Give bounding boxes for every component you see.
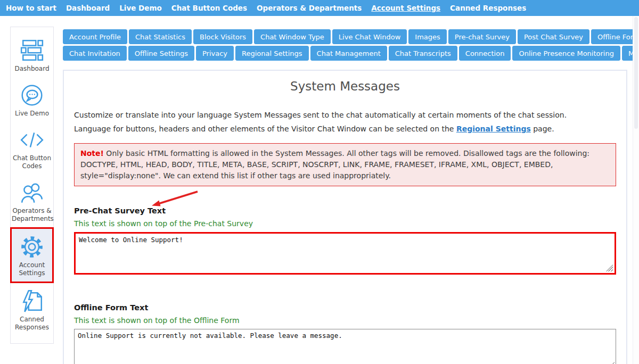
tab-row-2: Chat Invitation Offline Settings Privacy… bbox=[63, 46, 627, 61]
offline-form-textarea[interactable]: Online Support is currently not availabl… bbox=[74, 329, 616, 364]
tab-row-1: Account Profile Chat Statistics Block Vi… bbox=[63, 29, 627, 44]
intro-line-2-prefix: Language for buttons, headers and other … bbox=[74, 125, 456, 133]
intro-line-2: Language for buttons, headers and other … bbox=[74, 122, 616, 136]
tab-regional-settings[interactable]: Regional Settings bbox=[235, 46, 309, 61]
nav-item-account-settings[interactable]: Account Settings bbox=[366, 0, 445, 16]
tab-chat-transcripts[interactable]: Chat Transcripts bbox=[389, 46, 457, 61]
offline-form-textarea-wrap: Online Support is currently not availabl… bbox=[74, 329, 616, 364]
nav-item-how-to-start[interactable]: How to start bbox=[1, 0, 61, 16]
pre-chat-survey-textarea-wrap: Welcome to Online Support! bbox=[74, 232, 616, 275]
pre-chat-survey-textarea[interactable]: Welcome to Online Support! bbox=[74, 232, 616, 275]
page-title: System Messages bbox=[74, 79, 616, 93]
sidebar-item-live-demo[interactable]: Live Demo bbox=[11, 77, 53, 122]
nav-item-operators-departments[interactable]: Operators & Departments bbox=[252, 0, 366, 16]
pre-chat-survey-text-heading: Pre-Chat Survey Text bbox=[74, 206, 166, 215]
tab-online-presence-monitoring[interactable]: Online Presence Monitoring bbox=[512, 46, 620, 61]
top-navigation: How to start Dashboard Live Demo Chat Bu… bbox=[0, 0, 639, 16]
dashboard-icon bbox=[20, 38, 44, 63]
pre-chat-survey-hint: This text is shown on top of the Pre-cha… bbox=[74, 219, 616, 228]
sidebar-item-label: Account Settings bbox=[13, 261, 51, 277]
note-box: Note! Only basic HTML formatting is allo… bbox=[74, 143, 616, 186]
system-messages-panel: System Messages Customize or translate i… bbox=[63, 70, 627, 364]
sidebar-item-label: Canned Responses bbox=[12, 316, 52, 332]
tab-account-profile[interactable]: Account Profile bbox=[63, 29, 127, 44]
chat-bubble-icon bbox=[20, 83, 44, 107]
code-icon bbox=[20, 128, 44, 152]
users-icon bbox=[20, 180, 44, 205]
pre-chat-survey-text-section: Pre-Chat Survey Text This text is shown … bbox=[74, 205, 616, 275]
tab-pre-chat-survey[interactable]: Pre-chat Survey bbox=[448, 29, 516, 44]
note-text: Only basic HTML formatting is allowed in… bbox=[80, 149, 589, 180]
offline-form-text-section: Offline Form Text This text is shown on … bbox=[74, 302, 616, 364]
sidebar-item-label: Chat Button Codes bbox=[12, 154, 52, 170]
gear-icon bbox=[20, 235, 44, 259]
sidebar-item-label: Operators & Departments bbox=[12, 207, 52, 223]
offline-form-hint: This text is shown on top of the Offline… bbox=[74, 316, 616, 325]
main-content: Account Profile Chat Statistics Block Vi… bbox=[63, 29, 627, 364]
tab-chat-invitation[interactable]: Chat Invitation bbox=[63, 46, 127, 61]
regional-settings-link[interactable]: Regional Settings bbox=[456, 125, 531, 133]
tab-chat-window-type[interactable]: Chat Window Type bbox=[254, 29, 331, 44]
sidebar-item-label: Dashboard bbox=[12, 65, 52, 73]
note-label: Note! bbox=[80, 149, 104, 158]
tab-offline-settings[interactable]: Offline Settings bbox=[128, 46, 194, 61]
sidebar-item-label: Live Demo bbox=[12, 110, 52, 118]
tab-post-chat-survey[interactable]: Post Chat Survey bbox=[518, 29, 589, 44]
sidebar-item-account-settings[interactable]: Account Settings bbox=[10, 227, 54, 283]
nav-item-canned-responses[interactable]: Canned Responses bbox=[445, 0, 531, 16]
tab-chat-statistics[interactable]: Chat Statistics bbox=[129, 29, 192, 44]
tab-connection[interactable]: Connection bbox=[459, 46, 511, 61]
intro-line-1: Customize or translate into your languag… bbox=[74, 108, 616, 122]
settings-tabs: Account Profile Chat Statistics Block Vi… bbox=[63, 29, 627, 61]
tab-live-chat-window[interactable]: Live Chat Window bbox=[332, 29, 407, 44]
sidebar-item-canned-responses[interactable]: Canned Responses bbox=[11, 283, 53, 336]
tab-images[interactable]: Images bbox=[408, 29, 447, 44]
intro-line-2-suffix: page. bbox=[531, 125, 554, 133]
tab-chat-management[interactable]: Chat Management bbox=[310, 46, 387, 61]
tab-block-visitors[interactable]: Block Visitors bbox=[193, 29, 252, 44]
nav-item-chat-button-codes[interactable]: Chat Button Codes bbox=[167, 0, 252, 16]
nav-item-dashboard[interactable]: Dashboard bbox=[61, 0, 114, 16]
sidebar-item-operators-departments[interactable]: Operators & Departments bbox=[11, 175, 53, 227]
sidebar-item-dashboard[interactable]: Dashboard bbox=[11, 32, 53, 77]
scrollbar-thumb[interactable] bbox=[634, 17, 638, 129]
sidebar: Dashboard Live Demo Chat Button Codes bbox=[10, 27, 54, 344]
tab-offline-form[interactable]: Offline Form bbox=[591, 29, 639, 44]
nav-item-live-demo[interactable]: Live Demo bbox=[114, 0, 167, 16]
lightning-page-icon bbox=[20, 289, 44, 313]
offline-form-text-heading: Offline Form Text bbox=[74, 303, 148, 312]
scrollbar[interactable] bbox=[633, 16, 639, 364]
sidebar-item-chat-button-codes[interactable]: Chat Button Codes bbox=[11, 122, 53, 175]
tab-privacy[interactable]: Privacy bbox=[196, 46, 234, 61]
